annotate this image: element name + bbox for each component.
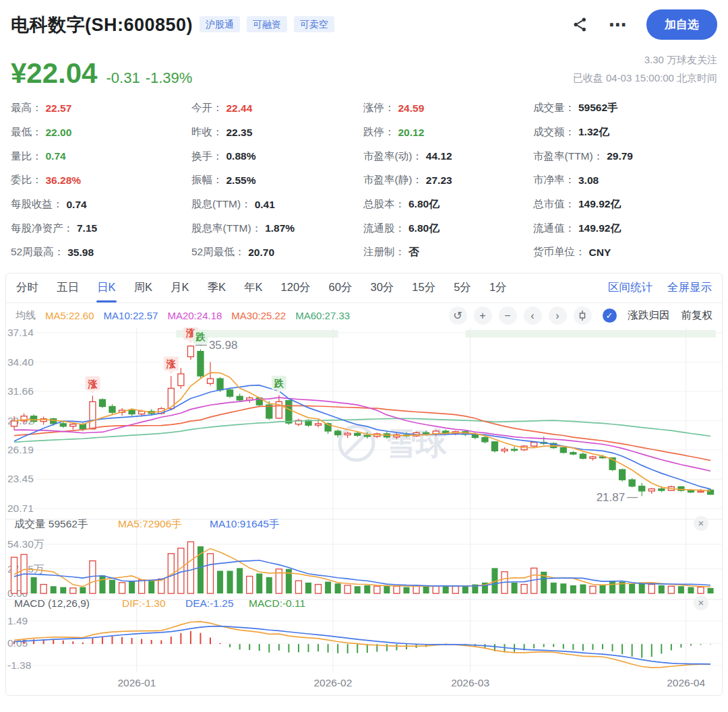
add-watchlist-button[interactable]: 加自选: [646, 9, 717, 40]
zoom-in-icon[interactable]: +: [474, 306, 492, 325]
ma-legend-item: MA60:27.33: [295, 310, 350, 321]
stat-item: 换手：0.88%: [191, 144, 363, 168]
svg-text:跌: 跌: [195, 331, 206, 342]
quote-meta: 3.30 万球友关注 已收盘 04-03 15:00:00 北京时间: [573, 51, 717, 87]
badge-down[interactable]: 跌: [193, 329, 208, 347]
more-icon[interactable]: ⋯: [609, 22, 626, 28]
stats-column-0: 最高：22.57最低：22.00量比：0.74委比：36.28%每股收益：0.7…: [11, 96, 191, 265]
stat-item: 最低：22.00: [11, 121, 191, 145]
chart-link-0[interactable]: 区间统计: [608, 280, 653, 295]
stat-item: 每股净资产：7.15: [11, 216, 191, 240]
pan-left-icon[interactable]: ‹: [524, 306, 542, 325]
attribution-toggle-label[interactable]: 涨跌归因: [628, 309, 670, 323]
undo-icon[interactable]: ↺: [449, 306, 467, 325]
share-icon[interactable]: [572, 16, 588, 33]
tab-日K[interactable]: 日K: [97, 273, 116, 302]
svg-text:-1.38: -1.38: [7, 659, 31, 671]
svg-text:MACD:-0.11: MACD:-0.11: [249, 597, 305, 609]
svg-text:MACD (12,26,9): MACD (12,26,9): [14, 597, 90, 609]
svg-text:23.45: 23.45: [7, 473, 34, 484]
ma-legend-item: MA20:24.18: [167, 310, 222, 321]
svg-text:31.66: 31.66: [7, 385, 34, 397]
svg-text:DEA:-1.25: DEA:-1.25: [185, 597, 234, 609]
ma-legend-item: MA5:22.60: [45, 310, 94, 321]
tab-五日[interactable]: 五日: [57, 273, 79, 302]
stat-item: 昨收：22.35: [191, 121, 363, 145]
stats-column-3: 成交量：59562手成交额：1.32亿市盈率(TTM)：29.79市净率：3.0…: [533, 96, 717, 265]
tab-15分[interactable]: 15分: [412, 273, 435, 302]
stat-item: 总股本：6.80亿: [363, 193, 533, 217]
stat-item: 52周最高：35.98: [11, 240, 191, 265]
stock-tags: 沪股通可融资可卖空: [193, 18, 334, 31]
stat-item: 量比：0.74: [11, 144, 191, 168]
stat-item: 流通值：149.92亿: [533, 216, 717, 240]
macd-close-icon[interactable]: ×: [694, 595, 708, 610]
svg-text:×: ×: [698, 597, 704, 608]
pan-right-icon[interactable]: ›: [549, 306, 567, 325]
stat-item: 市盈率(TTM)：29.79: [533, 144, 717, 168]
zoom-out-icon[interactable]: −: [499, 306, 517, 325]
svg-text:×: ×: [698, 517, 704, 529]
stat-item: 成交量：59562手: [533, 96, 717, 121]
svg-text:涨: 涨: [87, 378, 97, 389]
candle-style-icon[interactable]: [574, 306, 592, 325]
stock-tag-2[interactable]: 可卖空: [294, 16, 334, 32]
svg-text:2026-01: 2026-01: [117, 677, 156, 688]
svg-text:DIF:-1.30: DIF:-1.30: [122, 597, 166, 609]
price-change: -0.31-1.39%: [106, 69, 198, 87]
adjust-mode-label[interactable]: 前复权: [681, 309, 713, 323]
stat-item: 今开：22.44: [191, 96, 363, 121]
page-title: 电科数字(SH:600850): [11, 13, 193, 37]
stat-item: 每股收益：0.74: [11, 193, 191, 217]
tab-5分[interactable]: 5分: [454, 273, 471, 302]
stat-item: 52周最低：20.70: [191, 240, 363, 265]
stat-item: 市盈率(动)：44.12: [363, 144, 533, 168]
stock-tag-1[interactable]: 可融资: [247, 16, 287, 32]
ma-legend-title: 均线: [16, 309, 36, 322]
tab-周K[interactable]: 周K: [134, 273, 153, 302]
svg-text:34.40: 34.40: [7, 356, 34, 367]
stat-item: 市净率：3.08: [533, 168, 717, 193]
stat-item: 委比：36.28%: [11, 168, 191, 193]
volume-close-icon[interactable]: ×: [694, 516, 708, 531]
tab-60分[interactable]: 60分: [329, 273, 353, 302]
stat-item: 注册制：否: [363, 240, 533, 265]
tab-季K[interactable]: 季K: [208, 273, 226, 302]
svg-text:21.87: 21.87: [597, 490, 626, 503]
svg-text:2026-03: 2026-03: [451, 677, 489, 688]
svg-text:成交量 59562手: 成交量 59562手: [14, 518, 88, 529]
svg-text:MA10:91645手: MA10:91645手: [210, 518, 279, 529]
tab-30分[interactable]: 30分: [370, 273, 394, 302]
tab-月K[interactable]: 月K: [171, 273, 189, 302]
stat-item: 最高：22.57: [11, 96, 191, 121]
stat-item: 跌停：20.12: [363, 121, 533, 145]
svg-text:37.14: 37.14: [7, 327, 34, 338]
ma-legend-item: MA30:25.22: [231, 310, 286, 321]
tab-分时[interactable]: 分时: [16, 273, 38, 302]
stats-grid: 最高：22.57最低：22.00量比：0.74委比：36.28%每股收益：0.7…: [11, 96, 717, 265]
stat-item: 股息(TTM)：0.41: [191, 193, 363, 217]
ma-legend-row: 均线 MA5:22.60MA10:22.57MA20:24.18MA30:25.…: [6, 304, 722, 327]
badge-down[interactable]: 跌: [272, 376, 286, 393]
period-tab-bar: 分时五日日K周K月K季K年K120分60分30分15分5分1分 区间统计全屏显示: [6, 273, 722, 303]
tab-年K[interactable]: 年K: [244, 273, 263, 302]
stat-item: 货币单位：CNY: [533, 240, 717, 265]
svg-text:涨: 涨: [166, 358, 176, 369]
attribution-checkbox[interactable]: ✓: [603, 309, 617, 323]
kline-chart[interactable]: 37.1434.4031.6628.9226.1923.4520.7154.30…: [6, 327, 722, 695]
svg-text:2026-04: 2026-04: [667, 677, 705, 688]
tab-120分[interactable]: 120分: [281, 273, 311, 302]
stat-item: 总市值：149.92亿: [533, 193, 717, 217]
chart-link-1[interactable]: 全屏显示: [667, 280, 712, 295]
stat-item: 成交额：1.32亿: [533, 121, 717, 145]
tab-1分[interactable]: 1分: [489, 273, 507, 302]
badge-up[interactable]: 涨: [164, 356, 179, 374]
stat-item: 股息率(TTM)：1.87%: [191, 216, 363, 240]
quote-header: 电科数字(SH:600850) 沪股通可融资可卖空 ⋯ 加自选 ¥22.04 -…: [0, 0, 728, 265]
ma-legend-items: MA5:22.60MA10:22.57MA20:24.18MA30:25.22M…: [45, 310, 359, 321]
svg-text:MA5:72906手: MA5:72906手: [118, 518, 182, 529]
chart-tools: ↺+−‹›✓涨跌归因前复权: [449, 306, 713, 325]
stock-tag-0[interactable]: 沪股通: [200, 16, 240, 32]
followers-count: 3.30 万球友关注: [573, 51, 717, 69]
stats-column-1: 今开：22.44昨收：22.35换手：0.88%振幅：2.55%股息(TTM)：…: [191, 96, 363, 265]
